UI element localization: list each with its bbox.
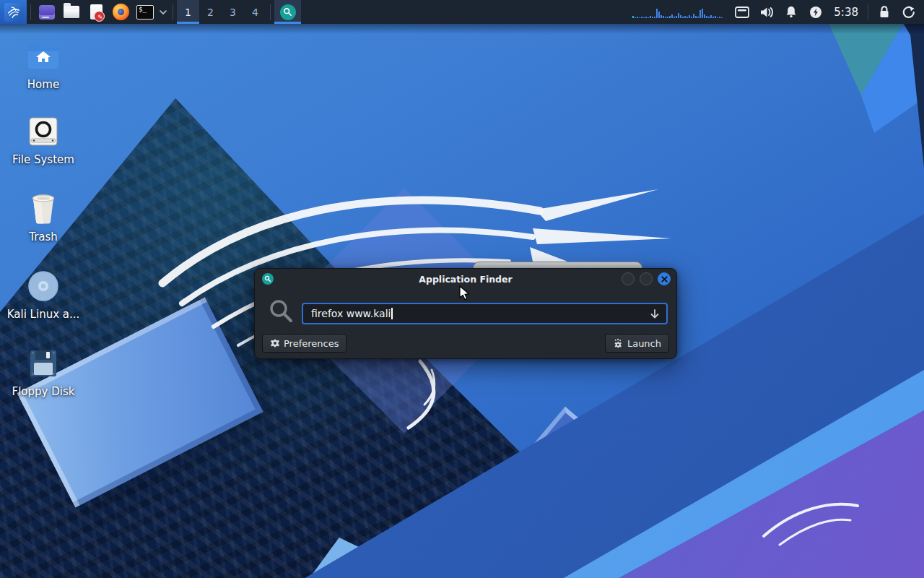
taskbar-app-finder-button[interactable]	[274, 0, 301, 24]
logout-icon	[902, 6, 915, 19]
desktop-icon-home[interactable]: Home	[9, 39, 78, 91]
tray-notifications-button[interactable]	[779, 0, 803, 24]
app-finder-titlebar-icon	[262, 273, 274, 285]
dropdown-arrow-icon[interactable]	[649, 308, 661, 321]
launcher-firefox[interactable]	[108, 0, 133, 24]
application-finder-window: Application Finder firefox www.kali	[254, 268, 677, 359]
trash-icon	[26, 191, 61, 226]
window-title: Application Finder	[255, 274, 676, 285]
tray-display-button[interactable]	[730, 0, 754, 24]
desktop-icon-label: Floppy Disk	[12, 386, 75, 398]
panel-shadow	[0, 24, 924, 34]
floppy-disk-icon	[26, 346, 61, 381]
desktop-icon-label: Home	[27, 79, 59, 91]
panel-separator	[270, 4, 271, 20]
panel-separator	[30, 4, 31, 20]
clock[interactable]: 5:38	[828, 6, 864, 19]
bell-icon	[785, 6, 797, 18]
kali-dragon-icon	[4, 3, 23, 22]
search-input-value: firefox www.kali	[311, 308, 391, 319]
app-finder-search-icon	[280, 4, 296, 20]
volume-icon	[760, 7, 774, 18]
search-input[interactable]: firefox www.kali	[302, 303, 668, 324]
lock-screen-button[interactable]	[872, 0, 897, 24]
panel-separator	[868, 4, 868, 20]
firefox-icon	[113, 4, 129, 20]
launcher-dropdown-button[interactable]	[157, 0, 169, 24]
tray-volume-button[interactable]	[754, 0, 779, 24]
close-button[interactable]	[658, 272, 671, 285]
network-graph[interactable]	[632, 7, 723, 18]
launch-label: Launch	[627, 338, 661, 349]
panel-separator	[173, 4, 173, 20]
workspace-button-4[interactable]: 4	[244, 0, 266, 24]
launcher-terminal[interactable]: $_	[133, 0, 157, 24]
desktop-icon-label: Kali Linux a...	[7, 309, 80, 321]
desktop-icon-kali-linux[interactable]: Kali Linux a...	[9, 269, 78, 321]
preferences-button[interactable]: Preferences	[262, 334, 346, 353]
tray-power-manager-button[interactable]	[803, 0, 828, 24]
power-icon	[809, 6, 822, 19]
chevron-down-icon	[160, 10, 167, 14]
workspace-button-3[interactable]: 3	[222, 0, 244, 24]
launcher-text-editor[interactable]	[84, 0, 108, 24]
optical-disc-icon	[26, 269, 61, 303]
file-manager-icon	[64, 6, 79, 18]
logout-button[interactable]	[897, 0, 921, 24]
minimize-button[interactable]	[622, 272, 635, 285]
window-manager-icon	[39, 5, 55, 20]
launcher-file-manager[interactable]	[59, 0, 84, 24]
hard-drive-icon	[26, 114, 61, 149]
window-controls	[622, 272, 671, 285]
launch-gear-icon	[613, 338, 624, 349]
home-folder-icon	[26, 39, 61, 74]
applications-menu-button[interactable]	[0, 0, 27, 24]
workspace-button-1[interactable]: 1	[177, 0, 199, 24]
desktop-icon-floppy-disk[interactable]: Floppy Disk	[9, 346, 78, 398]
desktop-icon-label: File System	[12, 154, 74, 166]
search-icon	[268, 298, 295, 325]
terminal-icon: $_	[136, 5, 154, 20]
preferences-label: Preferences	[284, 338, 339, 349]
desktop-icon-label: Trash	[29, 231, 58, 243]
button-row: Preferences Launch	[255, 334, 676, 353]
workspace-button-2[interactable]: 2	[199, 0, 222, 24]
text-caret	[391, 308, 393, 319]
text-editor-icon	[90, 4, 103, 20]
launch-button[interactable]: Launch	[605, 334, 669, 353]
display-icon	[735, 7, 749, 18]
maximize-button[interactable]	[640, 272, 653, 285]
desktop-icon-file-system[interactable]: File System	[9, 114, 78, 166]
launcher-window-manager[interactable]	[35, 0, 59, 24]
gear-icon	[270, 338, 280, 348]
close-icon	[661, 276, 668, 282]
titlebar[interactable]: Application Finder	[255, 269, 676, 289]
lock-icon	[879, 6, 890, 18]
top-panel: $_ 1 2 3 4	[0, 0, 924, 24]
desktop-icon-trash[interactable]: Trash	[9, 191, 78, 243]
